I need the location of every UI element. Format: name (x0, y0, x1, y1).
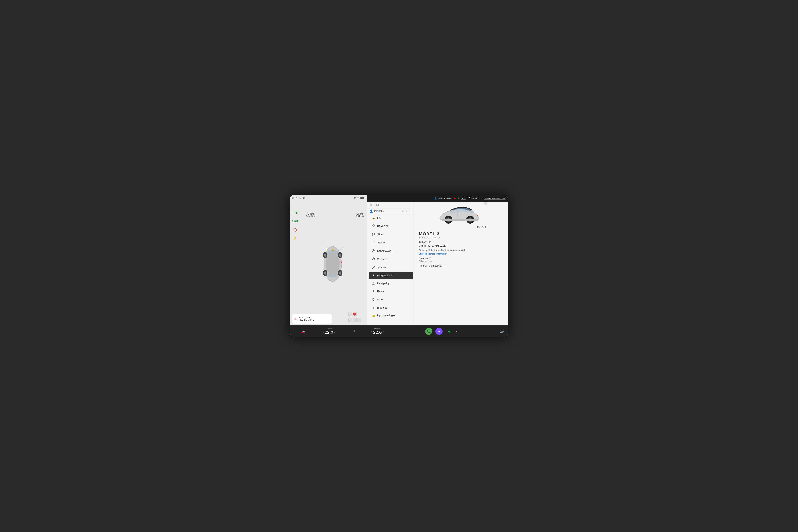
vehicle-info-link[interactable]: Ytterligare fordonsinformation (419, 252, 447, 255)
profile-bar: 👤 Instignn... ⬇ ⎆ LTE (367, 208, 415, 214)
warning-text: Spänn fast säkerhetsbältet (299, 316, 315, 322)
left-temp-control: Manuell ‹ 22.0 › (323, 328, 335, 335)
svg-rect-26 (348, 318, 352, 322)
software-menu-icon: ⬇ (372, 274, 375, 277)
seat-menu-icon (372, 232, 375, 236)
charge-icon[interactable]: ⚡ (292, 235, 299, 240)
fan-icon (353, 329, 357, 333)
phone-button[interactable]: 📞 (425, 328, 432, 335)
menu-item-sakerhet[interactable]: Säkerhet (368, 255, 414, 263)
right-panel: □ Emil Tesla MODEL 3 STANDARD PLUS 120 5… (415, 195, 508, 337)
right-temp-value: 22.0 (373, 330, 382, 335)
svg-rect-2 (292, 214, 295, 214)
menu-item-label-active: Programvara (377, 274, 392, 277)
right-temp-arrow-right[interactable]: › (383, 330, 384, 333)
edit-color-button[interactable]: □ (483, 202, 487, 206)
network-icon[interactable]: LTE (409, 210, 412, 212)
more-button[interactable]: ··· (456, 330, 458, 333)
sos-badge: SOS (461, 197, 466, 200)
autopilot-info-icon[interactable]: i (429, 258, 432, 260)
volume-icon[interactable]: 🔊 (500, 329, 504, 333)
svg-text:×: × (354, 313, 355, 315)
left-bottom-bar: 🚗 Manuell ‹ 22.0 › (290, 325, 367, 337)
search-input[interactable] (375, 204, 412, 206)
svg-point-46 (373, 268, 373, 268)
headlights-icon[interactable] (292, 211, 299, 215)
edge-icon[interactable]: EDGE (292, 219, 299, 224)
menu-panel: 🔍 👤 Instignn... ⬇ ⎆ LTE 🔒 (367, 195, 415, 337)
connectivity-section: Premium Connectivity i (419, 264, 504, 267)
menu-item-saten[interactable]: Säten (368, 230, 414, 238)
menu-item-skarm[interactable]: Skärm (368, 239, 414, 247)
left-sidebar: EDGE ⚡ (292, 211, 299, 240)
menu-item-label: Schemalägg (377, 249, 392, 252)
menu-item-label: Säkerhet (377, 258, 387, 261)
spotify-button[interactable]: ● (446, 328, 453, 335)
menu-item-wifi[interactable]: Wi-Fi (368, 296, 414, 304)
download-profile-icon[interactable]: ⬇ (402, 210, 404, 212)
vin-display: VIN 5YJ3E7EA4MF901677 (419, 244, 504, 247)
svg-rect-28 (357, 318, 361, 322)
menu-item-resor[interactable]: Resor (368, 287, 414, 295)
menu-item-schemalag[interactable]: Schemalägg (368, 247, 414, 255)
left-temp-value: 22.0 (325, 330, 333, 335)
weather-icon: 🌤 (475, 197, 477, 200)
back-label[interactable]: Öppna Baklucka (356, 212, 364, 217)
menu-list: 🔒 Lås Belysning Säten (367, 214, 415, 337)
front-label[interactable]: Öppna Framlucka (306, 212, 316, 217)
menu-item-belysning[interactable]: Belysning (368, 222, 414, 230)
driver-profile[interactable]: 👤 Instigningshe... (434, 197, 453, 200)
bluetooth-profile-icon[interactable]: ⎆ (405, 210, 407, 212)
gear-r: R (296, 197, 298, 200)
svg-rect-1 (292, 212, 295, 212)
svg-rect-20 (341, 262, 342, 263)
menu-item-bluetooth[interactable]: ⎆ Bluetooth (368, 304, 414, 311)
left-panel: P R N D 79 % (290, 195, 367, 337)
schedule-menu-icon (372, 249, 375, 253)
temperature-display: 8°C (479, 197, 482, 200)
car-view: Öppna Framlucka Öppna Baklucka (300, 211, 365, 314)
right-temp-arrow-left[interactable]: ‹ (371, 330, 372, 333)
search-bar[interactable]: 🔍 (367, 202, 415, 208)
menu-item-programvara[interactable]: ⬇ Programvara (368, 272, 414, 279)
menu-item-navigering[interactable]: △ Navigering (368, 280, 414, 287)
camera-button[interactable]: ● (435, 328, 442, 335)
time-display: 13:49 (468, 197, 474, 200)
trips-menu-icon (372, 289, 375, 293)
menu-item-las[interactable]: 🔒 Lås (368, 214, 414, 222)
left-temp-arrow-right[interactable]: › (334, 331, 335, 334)
battery-percent: 79 % (354, 197, 359, 199)
battery-indicator: 79 % (354, 197, 365, 199)
passenger-airbag-indicator: PASSENGER AIRBAG OFF (484, 197, 506, 200)
bluetooth-menu-icon: ⎆ (372, 306, 375, 309)
svg-point-60 (354, 331, 355, 331)
seatbelt-warning: ⚠ Spänn fast säkerhetsbältet (292, 314, 332, 324)
car-status-icon: 🚗 (301, 329, 305, 334)
main-content: P R N D 79 % (290, 195, 508, 337)
svg-rect-24 (348, 312, 352, 316)
svg-point-44 (373, 259, 374, 259)
model-name: MODEL 3 (419, 231, 504, 236)
svg-point-16 (324, 253, 326, 257)
menu-item-uppgraderingar[interactable]: 🔒 Uppgraderingar (368, 311, 414, 319)
menu-item-label: Säten (377, 233, 384, 236)
lights-menu-icon (372, 224, 375, 228)
svg-rect-36 (372, 235, 373, 235)
menu-item-label: Skärm (377, 241, 385, 244)
left-temp-arrow-left[interactable]: ‹ (323, 331, 324, 334)
gear-n: N (300, 197, 302, 200)
seat-heat-icon[interactable] (292, 227, 299, 232)
profile-name-label: Instignn... (374, 210, 401, 212)
svg-rect-27 (353, 318, 357, 322)
screen-wrapper: 👤 Instigningshe... ⬇ SOS 13:49 🌤 8°C PAS… (290, 195, 508, 337)
car-top-view: 🔓 (311, 244, 355, 284)
menu-item-service[interactable]: Service (368, 263, 414, 271)
right-temp-label: Manuell (374, 328, 381, 330)
connectivity-info-icon[interactable]: i (443, 265, 445, 267)
volume-control: 🔊 (500, 329, 504, 333)
svg-point-19 (339, 271, 341, 274)
autopilot-note: Autopilot: Dator för total självkörnings… (419, 249, 504, 251)
warning-icon: ⚠ (294, 317, 297, 321)
taskbar: ‹ Manuell 22.0 › 📞 ● ● ··· 🔊 (367, 325, 508, 337)
left-temp-label: Manuell (326, 328, 332, 330)
